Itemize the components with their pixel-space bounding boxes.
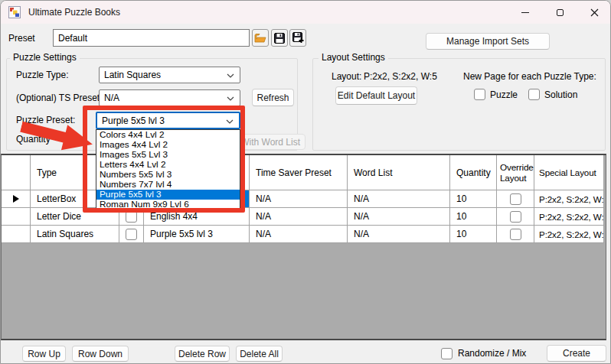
solution-checkbox[interactable] <box>528 89 540 100</box>
row-selector-arrow-icon <box>13 195 19 203</box>
row-up-button[interactable]: Row Up <box>22 346 66 362</box>
new-page-label: New Page for each Puzzle Type: <box>463 68 596 85</box>
save-preset-as-button[interactable] <box>289 29 306 47</box>
layout-label: Layout: <box>332 68 361 85</box>
preset-input[interactable] <box>53 29 250 47</box>
create-button[interactable]: Create <box>547 345 606 362</box>
open-folder-icon <box>254 33 266 43</box>
randomize-checkbox-label: Randomize / Mix <box>458 346 526 362</box>
close-button[interactable] <box>577 1 611 24</box>
manage-import-sets-button[interactable]: Manage Import Sets <box>426 33 550 50</box>
puzzle-checkbox-label: Puzzle <box>490 86 518 103</box>
preset-cell[interactable]: Purple 5x5 lvl 3 <box>144 226 250 243</box>
grid-header-word-list[interactable]: Word List <box>348 155 450 190</box>
solution-checkbox-label: Solution <box>544 86 577 103</box>
save-preset-button[interactable] <box>271 29 288 47</box>
override-cell[interactable] <box>497 190 534 208</box>
save-as-icon <box>292 32 304 44</box>
layout-value: P:2x2, S:2x2, W:5 <box>364 68 437 85</box>
row-selector-cell <box>2 226 31 243</box>
puzzle-checkbox[interactable] <box>474 89 485 100</box>
quantity-cell[interactable]: 10 <box>450 208 497 226</box>
row-down-button[interactable]: Row Down <box>72 346 129 362</box>
puzzle-type-value: Latin Squares <box>104 70 161 80</box>
puzzle-settings-title: Puzzle Settings <box>10 52 80 63</box>
grid-header-override-layout[interactable]: Override Layout <box>497 155 534 190</box>
maximize-icon <box>557 9 564 16</box>
special-layout-cell[interactable]: P:2x2, S:2x2, W:5 <box>534 226 604 243</box>
override-cell[interactable] <box>497 226 534 243</box>
row-selector-cell <box>2 208 31 226</box>
delete-row-button[interactable]: Delete Row <box>175 346 230 362</box>
preset-label: Preset <box>8 30 35 47</box>
maximize-button[interactable] <box>543 1 577 24</box>
annotation-highlight-rectangle <box>83 106 245 213</box>
grid-header-special-layout[interactable]: Special Layout <box>534 155 604 190</box>
word-list-cell[interactable]: N/A <box>348 190 450 208</box>
override-layout-checkbox[interactable] <box>510 211 521 223</box>
minimize-button[interactable] <box>508 1 543 24</box>
row-checkbox[interactable] <box>126 229 137 240</box>
type-cell[interactable]: Latin Squares <box>31 226 119 243</box>
time-saver-cell[interactable]: N/A <box>250 208 348 226</box>
word-list-cell[interactable]: N/A <box>348 226 450 243</box>
ts-preset-combo[interactable]: N/A <box>99 89 240 106</box>
special-layout-cell[interactable]: P:2x2, S:2x2, W:5 <box>534 208 604 226</box>
override-layout-checkbox[interactable] <box>510 193 521 205</box>
override-cell[interactable] <box>497 208 534 226</box>
save-icon <box>274 33 285 44</box>
special-layout-cell[interactable]: P:2x2, S:2x2, W:5 <box>534 190 604 208</box>
open-preset-button[interactable] <box>252 29 269 47</box>
row-checkbox-cell[interactable] <box>119 226 144 243</box>
chevron-down-icon <box>227 96 234 101</box>
grid-header-time-saver[interactable]: Time Saver Preset <box>250 155 348 190</box>
word-list-cell[interactable]: N/A <box>348 208 450 226</box>
window-title: Ultimate Puzzle Books <box>28 1 120 24</box>
ts-preset-value: N/A <box>104 93 119 103</box>
puzzle-type-label: Puzzle Type: <box>16 67 68 83</box>
time-saver-cell[interactable]: N/A <box>250 226 348 243</box>
refresh-button[interactable]: Refresh <box>252 89 294 106</box>
chevron-down-icon <box>227 73 234 78</box>
row-selector-cell <box>2 190 31 208</box>
title-bar: Ultimate Puzzle Books <box>1 1 611 24</box>
close-icon <box>590 8 599 17</box>
edit-default-layout-button[interactable]: Edit Default Layout <box>335 86 417 105</box>
override-layout-checkbox[interactable] <box>510 229 521 240</box>
app-icon <box>8 6 21 18</box>
puzzle-type-combo[interactable]: Latin Squares <box>99 67 240 83</box>
quantity-cell[interactable]: 10 <box>450 190 497 208</box>
minimize-icon <box>521 12 529 13</box>
table-row[interactable]: Latin Squares Purple 5x5 lvl 3 N/A N/A 1… <box>2 226 606 243</box>
app-window: Ultimate Puzzle Books Preset <box>0 0 611 364</box>
layout-settings-title: Layout Settings <box>319 52 388 63</box>
quantity-cell[interactable]: 10 <box>450 226 497 243</box>
time-saver-cell[interactable]: N/A <box>250 190 348 208</box>
randomize-checkbox[interactable] <box>441 348 453 359</box>
delete-all-button[interactable]: Delete All <box>236 346 283 362</box>
grid-header-selector <box>2 155 31 190</box>
ts-preset-label: (Optional) TS Preset: <box>16 89 103 106</box>
grid-header-quantity[interactable]: Quantity <box>450 155 497 190</box>
